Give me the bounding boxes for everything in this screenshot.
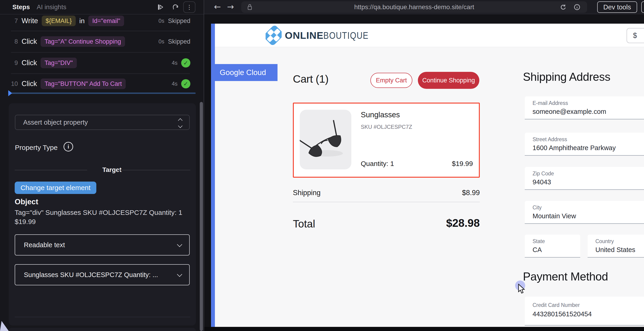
total-value: $28.98 <box>411 217 480 229</box>
cart-heading: Cart (1) <box>293 73 328 85</box>
email-value: someone@example.com <box>532 108 606 115</box>
country-label: Country <box>596 238 614 244</box>
step-number: 10 <box>10 80 18 88</box>
assert-type-value: Assert object property <box>23 119 88 126</box>
product-price: $19.99 <box>452 160 473 168</box>
forward-icon[interactable]: → <box>225 2 236 12</box>
selector-badge: Tag="A" Continue Shopping <box>40 36 125 47</box>
playhead-marker-icon <box>8 90 12 96</box>
selector-badge: Id="email" <box>88 16 124 26</box>
step-number: 8 <box>10 38 18 45</box>
step-row-7[interactable]: 7 Write ${EMAIL} in Id="email" 0s Skippe… <box>0 13 204 29</box>
email-field[interactable]: E-mail Address someone@example.com <box>525 96 644 119</box>
viewport-bottom-bar <box>204 327 644 331</box>
step-number: 9 <box>10 60 18 67</box>
payment-method-heading: Payment Method <box>523 270 608 283</box>
step-row-8[interactable]: 8 Click Tag="A" Continue Shopping 0s Ski… <box>0 31 204 52</box>
city-label: City <box>532 204 542 211</box>
online-boutique-wordmark: ONLINEBOUTIQUE <box>285 30 379 41</box>
product-name: Sunglasses <box>361 110 400 119</box>
expected-value-text: Sunglasses SKU #OLJCESPC7Z Quantity: ... <box>24 271 158 279</box>
page-info-icon[interactable] <box>573 4 581 11</box>
card-divider <box>15 317 190 317</box>
object-description: Tag="div" Sunglasses SKU #OLJCESPC7Z Qua… <box>15 208 185 226</box>
panel-scrollbar[interactable] <box>200 102 203 331</box>
tab-steps[interactable]: Steps <box>12 0 30 14</box>
step-connector: in <box>79 17 85 25</box>
variable-badge: ${EMAIL} <box>42 16 76 26</box>
step-duration: 4s <box>172 81 178 87</box>
step-duration: 0s <box>158 38 164 45</box>
target-divider-line <box>118 170 190 170</box>
zip-code-value: 94043 <box>532 178 551 186</box>
step-duration: 0s <box>158 18 164 24</box>
app-root: Steps AI insights ⋮ 7 Write ${EMAIL} in … <box>0 0 644 331</box>
edge-clipped-button[interactable] <box>641 2 644 13</box>
online-boutique-logo-icon <box>266 25 282 46</box>
city-field[interactable]: City Mountain View <box>525 201 644 224</box>
zip-code-label: Zip Code <box>532 171 554 177</box>
city-value: Mountain View <box>532 212 576 220</box>
tab-ai-insights[interactable]: AI insights <box>37 0 66 14</box>
google-cloud-badge: Google Cloud <box>211 64 278 81</box>
chevron-down-icon <box>177 272 182 277</box>
country-field[interactable]: Country United States <box>588 235 644 257</box>
url-bar[interactable]: https://qa.boutique.harness-demo.site/ca… <box>241 2 587 13</box>
target-divider-line <box>15 170 87 170</box>
selector-badge: Tag="DIV" <box>40 58 76 68</box>
product-image <box>300 110 351 169</box>
brand-bold: ONLINE <box>285 30 324 41</box>
total-label: Total <box>293 218 315 230</box>
select-updown-icon <box>179 119 182 127</box>
expected-value-dropdown[interactable]: Sunglasses SKU #OLJCESPC7Z Quantity: ... <box>15 264 190 285</box>
email-label: E-mail Address <box>532 100 568 106</box>
step-status: Skipped <box>168 18 190 25</box>
step-action: Click <box>22 38 37 46</box>
street-address-value: 1600 Amphitheatre Parkway <box>532 144 616 152</box>
credit-card-field[interactable]: Credit Card Number 4432801561520454 <box>525 296 644 325</box>
info-icon[interactable]: i <box>64 142 73 152</box>
test-steps-panel: Steps AI insights ⋮ 7 Write ${EMAIL} in … <box>0 0 204 331</box>
empty-cart-button[interactable]: Empty Cart <box>370 73 412 88</box>
property-type-label: Property Type <box>15 144 58 152</box>
rerun-icon[interactable] <box>170 2 181 13</box>
state-label: State <box>532 238 545 244</box>
step-action: Click <box>22 59 37 67</box>
step-row-10[interactable]: 10 Click Tag="BUTTON" Add To Cart 4s ✓ <box>0 74 204 94</box>
state-value: CA <box>532 246 542 254</box>
run-from-step-icon[interactable] <box>156 2 166 13</box>
panel-tabbar: Steps AI insights ⋮ <box>0 0 204 15</box>
currency-selector-button[interactable]: $ <box>626 28 644 43</box>
street-address-label: Street Address <box>532 136 567 143</box>
chevron-down-icon <box>177 242 182 247</box>
product-sku: SKU #OLJCESPC7Z <box>361 124 412 130</box>
step-status: Skipped <box>168 38 190 45</box>
step-duration: 4s <box>172 60 178 66</box>
step-editor-card: Assert object property Property Type i T… <box>9 103 196 325</box>
shipping-cost-label: Shipping <box>293 189 320 197</box>
playhead-progress-bar <box>12 93 196 94</box>
selector-badge: Tag="BUTTON" Add To Cart <box>40 79 126 89</box>
mouse-cursor-icon <box>518 284 528 294</box>
back-icon[interactable]: ← <box>212 2 223 12</box>
state-field[interactable]: State CA <box>525 235 580 257</box>
reload-icon[interactable] <box>560 4 567 11</box>
object-heading: Object <box>15 197 38 206</box>
step-passed-icon: ✓ <box>181 58 190 68</box>
step-row-9[interactable]: 9 Click Tag="DIV" 4s ✓ <box>0 53 204 73</box>
step-action: Click <box>22 80 37 88</box>
brand-light: BOUTIQUE <box>324 30 368 41</box>
url-text: https://qa.boutique.harness-demo.site/ca… <box>241 2 587 13</box>
more-options-button[interactable]: ⋮ <box>183 2 196 13</box>
shipping-cost-value: $8.99 <box>434 189 480 197</box>
assert-type-select[interactable]: Assert object property <box>15 115 190 130</box>
cart-item-card[interactable]: Sunglasses SKU #OLJCESPC7Z Quantity: 1 $… <box>293 103 480 178</box>
continue-shopping-button[interactable]: Continue Shopping <box>418 72 479 89</box>
readable-text-dropdown[interactable]: Readable text <box>15 234 190 255</box>
street-address-field[interactable]: Street Address 1600 Amphitheatre Parkway <box>525 133 644 156</box>
dev-tools-button[interactable]: Dev tools <box>597 2 637 13</box>
zip-code-field[interactable]: Zip Code 94043 <box>525 167 644 190</box>
readable-text-value: Readable text <box>24 241 65 249</box>
credit-card-label: Credit Card Number <box>532 302 580 308</box>
change-target-element-button[interactable]: Change target element <box>15 182 96 194</box>
